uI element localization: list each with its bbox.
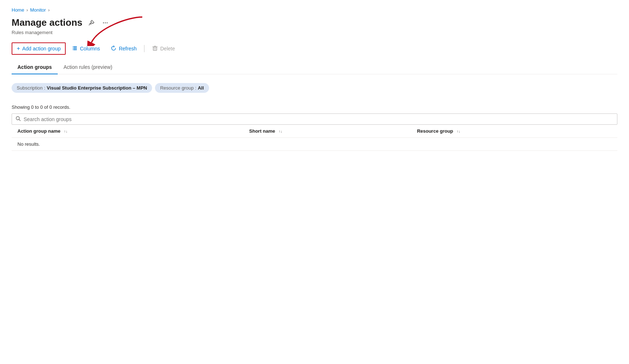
add-action-group-label: Add action group [22,46,61,51]
svg-rect-10 [153,47,157,50]
search-box [12,113,617,125]
subscription-filter-label: Subscription : [17,85,45,91]
search-input[interactable] [24,116,613,122]
data-table: Action group name ↑↓ Short name ↑↓ Resou… [12,125,617,151]
search-icon [16,116,21,122]
svg-line-0 [89,24,90,25]
delete-icon [152,45,158,52]
no-results-row: No results. [12,138,617,151]
tab-action-groups[interactable]: Action groups [12,61,58,74]
columns-label: Columns [80,46,100,51]
toolbar: + Add action group Columns [12,42,617,61]
records-info: Showing 0 to 0 of 0 records. [12,104,617,110]
sort-icon-short-name: ↑↓ [279,130,282,133]
breadcrumb-home[interactable]: Home [12,7,24,13]
col-short-name[interactable]: Short name ↑↓ [244,125,411,138]
page-title: Manage actions [12,17,82,28]
tabs-bar: Action groups Action rules (preview) [12,61,617,74]
col-resource-group[interactable]: Resource group ↑↓ [411,125,617,138]
sort-icon-action-group-name: ↑↓ [64,130,68,133]
subscription-filter-value: Visual Studio Enterprise Subscription – … [47,85,147,91]
svg-point-2 [105,22,106,23]
table-header-row: Action group name ↑↓ Short name ↑↓ Resou… [12,125,617,138]
page-subtitle: Rules management [12,30,617,35]
refresh-label: Refresh [119,46,136,51]
breadcrumb-sep-2: › [48,7,49,13]
add-action-group-button[interactable]: + Add action group [12,42,66,55]
resource-group-filter-value: All [198,85,204,91]
more-options-button[interactable] [101,18,110,28]
no-results-text: No results. [12,138,617,151]
columns-button[interactable]: Columns [67,43,105,55]
sort-icon-resource-group: ↑↓ [457,130,460,133]
subscription-filter[interactable]: Subscription : Visual Studio Enterprise … [12,83,152,93]
toolbar-divider [144,45,144,52]
columns-icon [72,45,78,52]
filter-row: Subscription : Visual Studio Enterprise … [12,83,617,93]
page-header: Manage actions [12,17,617,28]
col-action-group-name[interactable]: Action group name ↑↓ [12,125,244,138]
add-icon: + [17,45,20,52]
breadcrumb-monitor[interactable]: Monitor [30,7,46,13]
tab-action-rules[interactable]: Action rules (preview) [58,61,118,74]
svg-point-1 [103,22,104,23]
delete-label: Delete [160,46,175,51]
delete-button[interactable]: Delete [147,43,179,55]
refresh-button[interactable]: Refresh [106,43,141,55]
svg-point-3 [107,22,107,23]
svg-line-16 [19,120,21,121]
breadcrumb-sep-1: › [26,7,28,13]
breadcrumb: Home › Monitor › [12,7,617,13]
resource-group-filter[interactable]: Resource group : All [155,83,209,93]
refresh-icon [111,45,117,52]
resource-group-filter-label: Resource group : [160,85,196,91]
pin-button[interactable] [87,18,96,28]
